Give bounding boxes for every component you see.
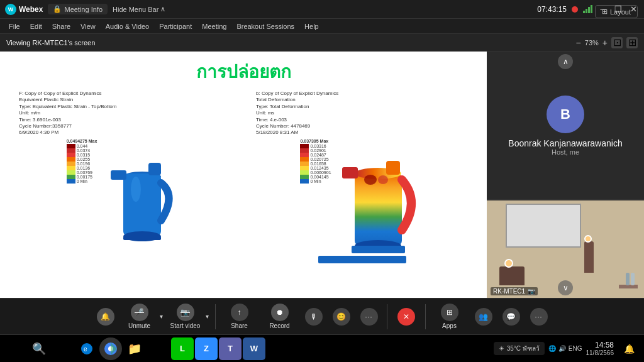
end-call-button[interactable]: ✕	[392, 305, 420, 328]
right-colorbar-area: 0.037305 Max 0.03316 0.02901 0.02487 0.0…	[300, 139, 423, 265]
svg-rect-9	[342, 167, 358, 178]
menu-share[interactable]: Share	[47, 21, 75, 31]
settings-icon[interactable]: ⚙	[267, 337, 289, 360]
end-call-icon: ✕	[397, 308, 415, 326]
taskbar-right: ☀ 35°C พัฑลว้ 🌐 🔊 ENG 14:58 11/8/2566 🔔	[494, 337, 640, 360]
meeting-info-button[interactable]: 🔒 Meeting Info	[48, 4, 108, 14]
left-legend-row-6: 0.0136	[67, 166, 97, 170]
fit-icon-2[interactable]: ⊞	[626, 37, 638, 48]
menu-meeting[interactable]: Meeting	[197, 21, 231, 31]
right-max-val: 0.037305 Max	[300, 139, 331, 143]
fit-icons: ⊡ ⊞	[611, 37, 638, 48]
shield-icon: 🔒	[53, 5, 62, 13]
video-button[interactable]: 📷 Start video	[167, 301, 204, 332]
right-sim-panel: b: Copy of Copy of Explicit Dynamics Tot…	[256, 90, 468, 263]
more2-button[interactable]: ···	[526, 305, 552, 328]
svg-rect-3	[148, 163, 161, 175]
record-icon: ⏺	[271, 304, 289, 321]
video-label: Start video	[170, 322, 201, 329]
zoom-out-button[interactable]: −	[576, 38, 581, 48]
left-panel-unit: Unit: m/m	[19, 110, 231, 116]
shared-screen: การปล่อยตก F: Copy of Copy of Explicit D…	[0, 52, 487, 298]
menu-edit[interactable]: Edit	[25, 21, 47, 31]
left-panel-header: F: Copy of Copy of Explicit Dynamics	[19, 90, 231, 97]
base-platform	[318, 256, 406, 263]
audience-body	[499, 266, 525, 285]
signal-bar-2	[586, 9, 587, 13]
panel-nav-up-button[interactable]: ∧	[558, 54, 573, 69]
camera-icon: 📷	[528, 288, 535, 295]
toolbar: 🔔 🎤 Unmute ▾ 📷 Start video ▾ ↑ Share ⏺ R…	[0, 298, 644, 334]
signal-bars	[583, 5, 592, 13]
share-button[interactable]: ↑ Share	[221, 300, 258, 333]
chrome-icon[interactable]	[99, 337, 122, 360]
left-panel-type: Equivalent Plastic Strain	[19, 97, 231, 103]
mail-icon[interactable]: ✉	[147, 337, 170, 360]
edge-icon[interactable]: e	[75, 337, 98, 360]
weather-text: 35°C พัฑลว้	[507, 344, 540, 353]
teams-icon[interactable]: T	[219, 337, 242, 360]
video-arrow-button[interactable]: ▾	[204, 312, 210, 321]
menu-breakout[interactable]: Breakout Sessions	[231, 21, 299, 31]
chat-button[interactable]: 💬	[499, 305, 524, 328]
unmute-arrow-button[interactable]: ▾	[158, 312, 164, 321]
right-panel-date: 5/18/2020 8:31 AM	[256, 129, 468, 136]
fit-icon-1[interactable]: ⊡	[611, 37, 623, 48]
participants-icon: 👥	[475, 308, 492, 326]
host-name: Boonrak Kanjanawarawanich	[508, 138, 622, 148]
presenter-head	[584, 235, 592, 243]
more-options-button[interactable]: ···	[357, 305, 382, 328]
notification-icon[interactable]: 🔔	[618, 337, 640, 360]
zoom-level: 73%	[585, 39, 599, 47]
left-legend: 0.0494275 Max 0.044 0.0374 0.0315 0.0255…	[67, 139, 97, 184]
right-legend-row-8: 0.004145	[300, 175, 331, 179]
app-name: Webex	[19, 5, 43, 14]
network-icon[interactable]: 🌐	[548, 345, 556, 352]
start-button[interactable]: ⊞	[4, 337, 26, 360]
title-bar-left: W Webex 🔒 Meeting Info Hide Menu Bar ∧	[5, 4, 165, 15]
signal-bar-3	[588, 7, 590, 13]
left-legend-row-5: 0.0196	[67, 162, 97, 166]
toolbar-separator-3	[425, 304, 426, 329]
left-jug-svg	[101, 139, 183, 265]
menu-file[interactable]: File	[4, 21, 25, 31]
left-sim-panel: F: Copy of Copy of Explicit Dynamics Equ…	[19, 90, 231, 265]
zoom-icon[interactable]: Z	[195, 337, 218, 360]
main-area: การปล่อยตก F: Copy of Copy of Explicit D…	[0, 52, 644, 298]
audio-button[interactable]: 🔔	[93, 305, 118, 328]
file-explorer-icon[interactable]: 📁	[123, 337, 146, 360]
search-button[interactable]: 🔍	[28, 337, 50, 360]
apps-button[interactable]: ⊞ Apps	[431, 300, 469, 333]
word-icon[interactable]: W	[243, 337, 265, 360]
zoom-in-button[interactable]: +	[602, 38, 608, 48]
panel-nav-down-button[interactable]: ∨	[558, 280, 573, 295]
clock-date: 11/8/2566	[586, 349, 614, 356]
menu-view[interactable]: View	[75, 21, 101, 31]
right-panel-type: Total Deformation	[256, 97, 468, 103]
layout-button[interactable]: ⊞ Layout	[595, 5, 638, 18]
reactions-button[interactable]: 😊	[329, 305, 354, 328]
rk-label: RK-MTEC1 📷	[491, 287, 538, 295]
host-role: Host, me	[552, 148, 579, 156]
participants-button[interactable]: 👥	[471, 305, 496, 328]
svg-point-14	[378, 175, 388, 184]
menu-participant[interactable]: Participant	[154, 21, 197, 31]
right-legend-row-5: 0.01658	[300, 162, 331, 166]
unmute-button[interactable]: 🎤 Unmute	[121, 301, 158, 332]
right-jug-svg	[336, 139, 424, 265]
left-panel-label: F: Copy of Copy of Explicit Dynamics Equ…	[19, 90, 231, 136]
line-icon[interactable]: L	[171, 337, 194, 360]
share-label: Share	[231, 322, 248, 329]
taskview-button[interactable]: ⧉	[52, 337, 74, 360]
audio-emoji-button[interactable]: 🎙	[301, 305, 326, 328]
right-legend: 0.037305 Max 0.03316 0.02901 0.02487 0.0…	[300, 139, 331, 184]
record-button[interactable]: ⏺ Record	[261, 300, 299, 333]
slide-title: การปล่อยตก	[196, 58, 291, 85]
volume-icon[interactable]: 🔊	[558, 345, 566, 352]
menu-help[interactable]: Help	[299, 21, 324, 31]
participant-panel: ∧ B Boonrak Kanjanawarawanich Host, me	[487, 52, 644, 298]
projection-screen	[506, 204, 581, 248]
menu-audio-video[interactable]: Audio & Video	[101, 21, 155, 31]
hide-menu-button[interactable]: Hide Menu Bar ∧	[113, 5, 165, 13]
shared-screen-inner: การปล่อยตก F: Copy of Copy of Explicit D…	[0, 52, 487, 298]
